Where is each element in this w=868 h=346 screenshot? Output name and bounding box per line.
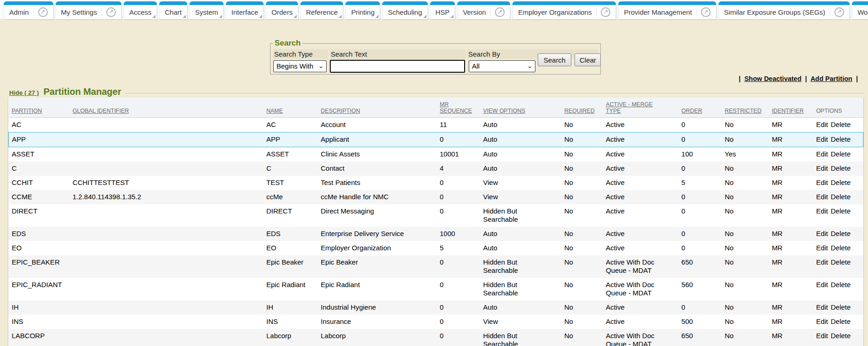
table-row-ins[interactable]: INSINSInsurance0ViewNoActive500NoMREditD…: [9, 315, 863, 329]
cell-required: No: [561, 329, 603, 346]
add-partition-link[interactable]: Add Partition: [811, 75, 852, 82]
nav-tab-work-locations[interactable]: Work Locations ↗: [852, 1, 868, 19]
column-header-required[interactable]: REQUIRED: [561, 98, 603, 118]
column-header-global-identifier[interactable]: GLOBAL IDENTIFIER: [69, 98, 263, 118]
nav-tab-access[interactable]: Access: [124, 1, 157, 19]
edit-link[interactable]: Edit: [816, 121, 828, 128]
delete-link[interactable]: Delete: [831, 150, 851, 158]
column-header-order[interactable]: ORDER: [678, 98, 721, 118]
cell-active-merge-type: Active With Doc Queue - MDAT: [603, 278, 678, 300]
delete-link[interactable]: Delete: [831, 303, 851, 311]
external-link-icon[interactable]: ↗: [834, 7, 844, 17]
edit-link[interactable]: Edit: [816, 150, 828, 158]
edit-link[interactable]: Edit: [816, 303, 828, 311]
table-row-epic-radiant[interactable]: EPIC_RADIANTEpic RadiantEpic Radiant0Hid…: [9, 278, 863, 300]
table-row-asset[interactable]: ASSETASSETClinic Assets10001AutoNoActive…: [9, 147, 863, 162]
edit-link[interactable]: Edit: [816, 164, 828, 172]
cell-identifier: MR: [769, 118, 813, 133]
nav-tab-version[interactable]: Version ↗: [457, 1, 510, 19]
cell-partition: APP: [9, 133, 69, 147]
dropdown-caret-icon: [152, 15, 155, 18]
edit-link[interactable]: Edit: [816, 193, 828, 201]
cell-options: EditDelete: [813, 190, 863, 204]
delete-link[interactable]: Delete: [831, 179, 851, 186]
search-by-select[interactable]: All ⌄: [469, 60, 535, 72]
clear-button[interactable]: Clear: [575, 53, 601, 66]
search-type-select[interactable]: Begins With ⌄: [273, 60, 327, 72]
cell-description: Employer Organization: [317, 241, 437, 255]
edit-link[interactable]: Edit: [816, 135, 828, 143]
nav-tab-chart[interactable]: Chart: [159, 1, 187, 19]
column-header-identifier[interactable]: IDENTIFIER: [769, 98, 813, 118]
cell-global-identifier: CCHITTESTTEST: [69, 176, 263, 190]
search-button[interactable]: Search: [538, 53, 571, 66]
external-link-icon[interactable]: ↗: [106, 7, 116, 17]
column-header-partition[interactable]: PARTITION: [9, 98, 69, 118]
nav-tab-provider-management[interactable]: Provider Management ↗: [618, 1, 716, 19]
column-header-name[interactable]: NAME: [263, 98, 317, 118]
edit-link[interactable]: Edit: [816, 207, 828, 215]
table-row-epic-beaker[interactable]: EPIC_BEAKEREpic BeakerEpic Beaker0Hidden…: [9, 255, 863, 278]
search-text-input[interactable]: [330, 60, 465, 73]
delete-link[interactable]: Delete: [831, 164, 851, 172]
cell-mr-sequence: 0: [437, 278, 480, 300]
table-row-ih[interactable]: IHIHIndustrial Hygiene0AutoNoActive0NoMR…: [9, 300, 863, 315]
edit-link[interactable]: Edit: [816, 317, 828, 325]
table-row-ac[interactable]: ACACAccount11AutoNoActive0NoMREditDelete: [9, 118, 863, 133]
column-header-mr-sequence[interactable]: MR SEQUENCE: [437, 98, 480, 118]
cell-options: EditDelete: [813, 161, 863, 176]
cell-required: No: [561, 133, 603, 147]
table-row-c[interactable]: CCContact4AutoNoActive0NoMREditDelete: [9, 161, 863, 176]
nav-tab-hsp[interactable]: HSP: [430, 1, 455, 19]
edit-link[interactable]: Edit: [816, 281, 828, 288]
external-link-icon[interactable]: ↗: [38, 7, 48, 17]
edit-link[interactable]: Edit: [816, 258, 828, 266]
table-row-cchit[interactable]: CCHITCCHITTESTTESTTESTTest Patients0View…: [9, 176, 863, 190]
table-row-ccme[interactable]: CCME1.2.840.114398.1.35.2ccMeccMe Handle…: [9, 190, 863, 204]
cell-partition: EO: [9, 241, 69, 255]
column-header-restricted[interactable]: RESTRICTED: [722, 98, 769, 118]
dropdown-caret-icon: [339, 15, 342, 18]
edit-link[interactable]: Edit: [816, 230, 828, 237]
delete-link[interactable]: Delete: [831, 193, 851, 201]
delete-link[interactable]: Delete: [831, 121, 851, 128]
nav-tab-my-settings[interactable]: My Settings ↗: [56, 1, 121, 19]
nav-tab-printing[interactable]: Printing: [345, 1, 380, 19]
edit-link[interactable]: Edit: [816, 244, 828, 252]
external-link-icon[interactable]: ↗: [495, 7, 505, 17]
external-link-icon[interactable]: ↗: [701, 7, 711, 17]
nav-tab-interface[interactable]: Interface: [226, 1, 264, 19]
edit-link[interactable]: Edit: [816, 179, 828, 186]
show-deactivated-link[interactable]: Show Deactivated: [744, 75, 801, 82]
cell-description: Clinic Assets: [317, 147, 437, 162]
delete-link[interactable]: Delete: [831, 281, 851, 288]
delete-link[interactable]: Delete: [831, 230, 851, 237]
column-header-active-merge-type[interactable]: ACTIVE - MERGE TYPE: [603, 98, 678, 118]
delete-link[interactable]: Delete: [831, 207, 851, 215]
nav-tab-scheduling[interactable]: Scheduling: [382, 1, 427, 19]
edit-link[interactable]: Edit: [816, 332, 828, 340]
table-row-eo[interactable]: EOEOEmployer Organization5AutoNoActive0N…: [9, 241, 863, 255]
delete-link[interactable]: Delete: [831, 258, 851, 266]
cell-active-merge-type: Active: [603, 204, 678, 227]
cell-description: Industrial Hygiene: [317, 300, 437, 315]
nav-tab-system[interactable]: System: [190, 1, 224, 19]
delete-link[interactable]: Delete: [831, 317, 851, 325]
hide-toggle-link[interactable]: Hide ( 27 ): [9, 88, 39, 96]
table-row-labcorp[interactable]: LABCORPLabcorpLabcorp0Hidden But Searcha…: [9, 329, 863, 346]
delete-link[interactable]: Delete: [831, 332, 851, 340]
nav-tab-reference[interactable]: Reference: [300, 1, 343, 19]
delete-link[interactable]: Delete: [831, 135, 851, 143]
cell-name: IH: [263, 300, 317, 315]
nav-tab-admin[interactable]: Admin ↗: [4, 1, 53, 19]
external-link-icon[interactable]: ↗: [601, 7, 610, 17]
column-header-view-options[interactable]: VIEW OPTIONS: [480, 98, 561, 118]
table-row-eds[interactable]: EDSEDSEnterprise Delivery Service1000Aut…: [9, 227, 863, 241]
nav-tab-similar-exposure-groups-segs[interactable]: Similar Exposure Groups (SEGs) ↗: [719, 1, 850, 19]
column-header-description[interactable]: DESCRIPTION: [317, 98, 437, 118]
nav-tab-employer-organizations[interactable]: Employer Organizations ↗: [512, 1, 616, 19]
table-row-direct[interactable]: DIRECTDIRECTDirect Messaging0Hidden But …: [9, 204, 863, 227]
nav-tab-orders[interactable]: Orders: [266, 1, 298, 19]
delete-link[interactable]: Delete: [831, 244, 851, 252]
table-row-app[interactable]: APPAPPApplicant0AutoNoActive0NoMREditDel…: [9, 133, 863, 147]
